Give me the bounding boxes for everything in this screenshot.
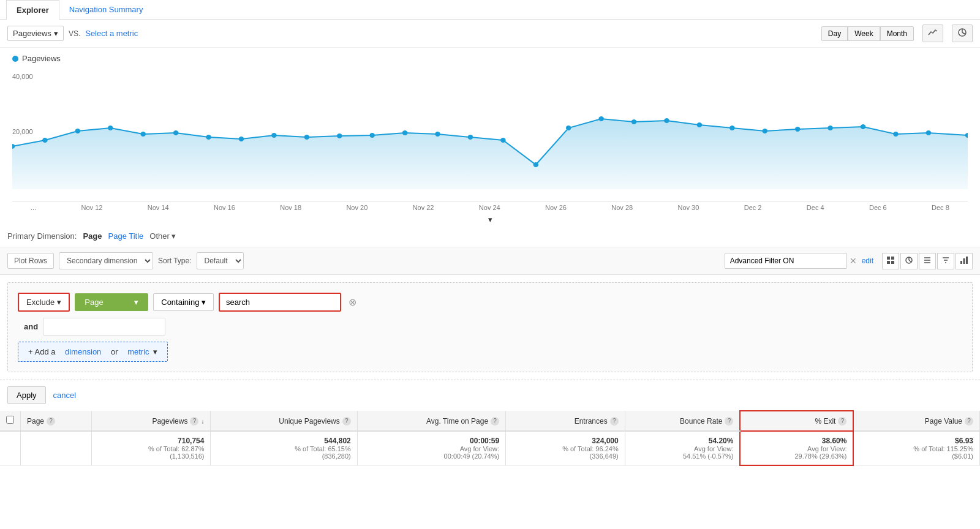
table-header-row: Page ? Pageviews ? ↓ Unique Pageviews ? — [0, 411, 980, 431]
line-chart-button[interactable] — [922, 24, 943, 42]
svg-line-2 — [962, 32, 965, 34]
svg-point-14 — [369, 133, 375, 138]
totals-entrances-pct: % of Total: 96.24% — [512, 445, 619, 452]
totals-page-cell — [21, 431, 92, 465]
entrances-help-icon[interactable]: ? — [610, 417, 619, 426]
totals-page-value-value: $6.93 — [955, 437, 973, 445]
table-view-button[interactable] — [882, 253, 899, 269]
filter-search-input[interactable] — [219, 293, 341, 312]
page-help-icon[interactable]: ? — [47, 417, 55, 426]
svg-point-15 — [402, 130, 408, 135]
view-icon-buttons — [882, 253, 973, 269]
totals-pct-exit-view: 29.78% (29.63%) — [747, 452, 846, 460]
select-metric-link[interactable]: Select a metric — [85, 29, 138, 38]
filter-exclude-button[interactable]: Exclude ▾ — [18, 293, 70, 312]
svg-point-21 — [598, 116, 604, 121]
entrances-column-header: Entrances ? — [506, 411, 625, 431]
bar-view-button[interactable] — [956, 253, 973, 269]
sort-arrow-icon[interactable]: ↓ — [201, 418, 204, 425]
svg-point-23 — [664, 118, 669, 123]
page-column-header: Page ? — [21, 411, 92, 431]
advanced-filter-clear-button[interactable]: ✕ — [850, 256, 857, 266]
cancel-link[interactable]: cancel — [53, 391, 77, 400]
metric-primary-select[interactable]: Pageviews ▾ — [7, 26, 64, 41]
pie-chart-icon — [957, 28, 967, 37]
chart-scroll-indicator[interactable]: ▾ — [12, 214, 968, 225]
svg-rect-36 — [891, 261, 894, 264]
plot-rows-button[interactable]: Plot Rows — [7, 253, 54, 269]
totals-pageviews-cell: 710,754 % of Total: 62.87% (1,130,516) — [91, 431, 211, 465]
totals-pct-exit-value: 38.60% — [822, 437, 847, 445]
filter-view-icon — [941, 256, 950, 264]
advanced-filter-input[interactable] — [725, 253, 847, 269]
sort-type-select[interactable]: Default — [197, 252, 244, 269]
filter-page-button[interactable]: Page ▾ — [75, 293, 148, 311]
x-label-dec6: Dec 6 — [869, 204, 887, 211]
pie-view-button[interactable] — [900, 253, 918, 269]
metric-dropdown-icon: ▾ — [54, 29, 58, 38]
list-view-button[interactable] — [919, 253, 936, 269]
page-value-help-icon[interactable]: ? — [965, 417, 973, 426]
x-label-nov28: Nov 28 — [611, 204, 633, 211]
filter-exclude-label: Exclude — [26, 298, 55, 307]
add-metric-link[interactable]: metric — [127, 347, 149, 356]
dim-page-link[interactable]: Page — [83, 231, 102, 241]
totals-entrances-value: 324,000 — [592, 437, 618, 445]
filter-containing-button[interactable]: Containing ▾ — [153, 293, 214, 311]
svg-rect-33 — [887, 257, 890, 260]
tab-explorer[interactable]: Explorer — [6, 0, 59, 20]
advanced-filter-edit-link[interactable]: edit — [862, 257, 873, 265]
totals-checkbox-cell — [0, 431, 21, 465]
x-label-nov24: Nov 24 — [479, 204, 500, 211]
day-button[interactable]: Day — [821, 26, 848, 41]
filter-and-input[interactable] — [43, 318, 165, 336]
filter-page-arrow: ▾ — [134, 298, 138, 307]
svg-point-24 — [697, 122, 703, 127]
secondary-dimension-select[interactable]: Secondary dimension — [59, 252, 153, 269]
svg-line-39 — [909, 260, 911, 262]
avg-time-help-icon[interactable]: ? — [491, 417, 499, 426]
data-table: Page ? Pageviews ? ↓ Unique Pageviews ? — [0, 410, 980, 466]
unique-pageviews-help-icon[interactable]: ? — [342, 417, 351, 426]
svg-rect-47 — [963, 258, 965, 264]
x-label-nov20: Nov 20 — [346, 204, 368, 211]
pct-exit-column-header: % Exit ? — [740, 411, 853, 431]
totals-page-value-abs: ($6.01) — [860, 452, 973, 460]
add-dimension-link[interactable]: dimension — [65, 347, 101, 356]
filter-view-button[interactable] — [937, 253, 954, 269]
x-label-dec8: Dec 8 — [932, 204, 949, 211]
dim-page-title-link[interactable]: Page Title — [108, 231, 144, 241]
filter-search-clear[interactable]: ⊗ — [349, 296, 356, 308]
x-label-nov12: Nov 12 — [81, 204, 103, 211]
month-button[interactable]: Month — [880, 26, 914, 41]
totals-bounce-rate-value: 54.20% — [709, 437, 734, 445]
filter-and-row: and — [24, 318, 962, 336]
advanced-filter-box: ✕ edit — [725, 253, 873, 269]
svg-point-5 — [75, 129, 81, 133]
apply-button[interactable]: Apply — [7, 386, 46, 404]
table-totals-row: 710,754 % of Total: 62.87% (1,130,516) 5… — [0, 431, 980, 465]
svg-point-10 — [239, 137, 244, 141]
add-dimension-dropdown-icon: ▾ — [153, 347, 157, 356]
add-dimension-button[interactable]: + Add a dimension or metric ▾ — [18, 342, 168, 362]
tab-navigation-summary[interactable]: Navigation Summary — [59, 0, 153, 20]
week-button[interactable]: Week — [848, 26, 880, 41]
pageviews-help-icon[interactable]: ? — [190, 417, 198, 426]
x-label-nov16: Nov 16 — [214, 204, 235, 211]
line-chart-icon — [928, 28, 938, 37]
filter-and-label: and — [24, 322, 38, 331]
totals-unique-abs: (836,280) — [217, 452, 350, 460]
svg-point-26 — [762, 129, 767, 133]
svg-point-4 — [42, 138, 48, 143]
totals-pct-exit-sub: Avg for View: — [747, 445, 846, 452]
pct-exit-help-icon[interactable]: ? — [838, 417, 846, 426]
totals-pageviews-pct: % of Total: 62.87% — [98, 445, 205, 452]
primary-dim-label: Primary Dimension: — [7, 231, 77, 241]
pie-chart-button[interactable] — [952, 24, 973, 42]
totals-unique-pct: % of Total: 65.15% — [217, 445, 350, 452]
dim-other-dropdown[interactable]: Other ▾ — [149, 231, 176, 241]
select-all-checkbox[interactable] — [6, 416, 14, 424]
scroll-down-icon: ▾ — [488, 215, 492, 224]
bounce-rate-help-icon[interactable]: ? — [725, 417, 733, 426]
vs-label: VS. — [69, 29, 80, 38]
